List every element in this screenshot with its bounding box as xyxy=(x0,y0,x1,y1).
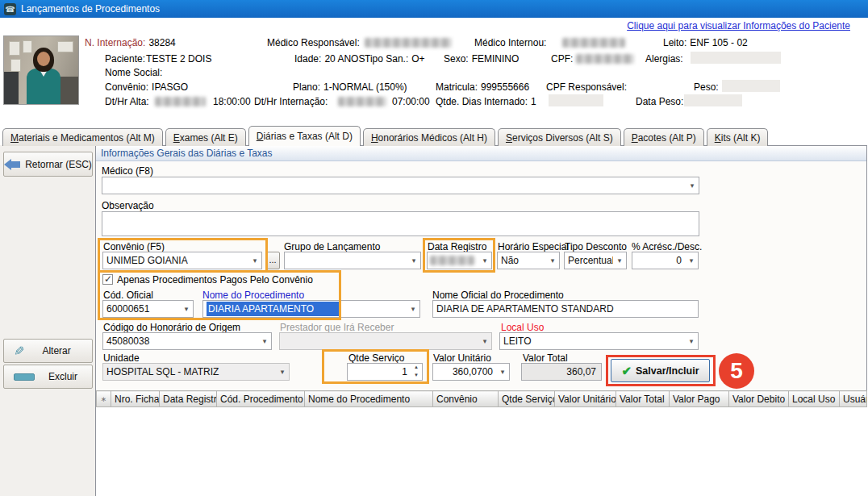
cod-honorario-combobox[interactable]: 45080038 xyxy=(102,332,272,350)
tipo-desconto-label: Tipo Desconto xyxy=(565,241,627,252)
observacao-input[interactable] xyxy=(102,211,699,236)
valor-unitario-label: Valor Unitário xyxy=(433,352,491,364)
col-data-registro[interactable]: Data Registro xyxy=(160,391,217,407)
chevron-down-icon[interactable] xyxy=(685,333,698,349)
chevron-down-icon[interactable] xyxy=(407,301,419,317)
redacted-dt-alta xyxy=(155,97,206,106)
acresc-desc-label: % Acrésc./Desc. xyxy=(632,241,702,252)
grupo-lancamento-combobox[interactable] xyxy=(284,252,421,269)
convenio-combobox[interactable]: UNIMED GOIANIA xyxy=(102,252,262,269)
table-header-row: ∗ Nro. Ficha Data Registro Cód. Procedim… xyxy=(97,391,867,407)
prestador-label: Prestador que Irá Receber xyxy=(280,322,394,333)
apenas-pagos-checkbox[interactable] xyxy=(102,274,113,285)
chevron-down-icon[interactable] xyxy=(248,252,261,269)
chevron-down-icon[interactable] xyxy=(258,333,271,349)
excluir-button[interactable]: Excluir xyxy=(3,365,93,389)
col-cod-procedimento[interactable]: Cód. Procedimento xyxy=(217,391,305,407)
col-valor-total[interactable]: Valor Total xyxy=(616,391,670,407)
alterar-button[interactable]: ✎ Alterar xyxy=(3,339,93,363)
tab-exames[interactable]: Exames (Alt E) xyxy=(165,128,246,146)
chevron-down-icon[interactable] xyxy=(407,252,420,269)
convenio-label: Convênio (F5) xyxy=(103,241,165,252)
col-nro-ficha[interactable]: Nro. Ficha xyxy=(111,391,160,407)
col-valor-pago[interactable]: Valor Pago xyxy=(670,391,729,407)
convenio-browse-button[interactable]: ... xyxy=(265,252,280,269)
peso-empty-box xyxy=(722,80,780,92)
col-convenio[interactable]: Convênio xyxy=(433,391,499,407)
chevron-down-icon[interactable] xyxy=(478,252,491,269)
redacted-medico-responsavel xyxy=(365,38,452,48)
qtde-servico-label: Qtde Serviço xyxy=(348,352,404,364)
tab-pacotes[interactable]: Pacotes (Alt P) xyxy=(624,128,704,146)
col-qtde-servico[interactable]: Qtde Serviço xyxy=(499,391,555,407)
field-cpf: CPF: xyxy=(551,53,576,65)
field-convenio-paciente: Convênio:IPASGO xyxy=(105,81,188,93)
field-sexo: Sexo:FEMININO xyxy=(444,53,519,65)
field-alergias: Alergias: xyxy=(645,53,686,65)
chevron-down-icon xyxy=(276,364,289,380)
col-local-uso[interactable]: Local Uso xyxy=(789,391,840,407)
cod-oficial-label: Cód. Oficial xyxy=(103,290,153,301)
redacted-cpf xyxy=(576,54,634,64)
tab-diarias-taxas[interactable]: Diárias e Taxas (Alt D) xyxy=(248,126,361,146)
tab-materiais[interactable]: Materiais e Medicamentos (Alt M) xyxy=(2,128,163,146)
observacao-label: Observação xyxy=(102,200,154,211)
chevron-down-icon xyxy=(478,333,491,349)
apenas-pagos-label: Apenas Procedimentos Pagos Pelo Convênio xyxy=(117,274,313,286)
unidade-combobox: HOSPITAL SQL - MATRIZ xyxy=(102,363,290,381)
tab-honorarios[interactable]: Honorários Médicos (Alt H) xyxy=(363,128,495,146)
tab-kits[interactable]: Kits (Alt K) xyxy=(707,128,769,146)
section-header: Informações Gerais das Diárias e Taxas xyxy=(96,146,866,161)
cod-honorario-label: Código do Honorário de Origem xyxy=(103,322,240,333)
step-5-badge: 5 xyxy=(719,353,754,389)
check-icon: ✔ xyxy=(621,364,632,378)
field-dt-internacao-time: 07:00:00 xyxy=(392,96,430,107)
qtde-servico-stepper[interactable]: 1 ▲▼ xyxy=(347,363,423,381)
unidade-label: Unidade xyxy=(103,352,140,364)
valor-total-label: Valor Total xyxy=(523,352,568,364)
chevron-down-icon[interactable] xyxy=(685,252,698,269)
horario-especial-label: Horário Especial xyxy=(498,241,569,252)
tab-servicos[interactable]: Serviços Diversos (Alt S) xyxy=(498,128,621,146)
field-peso: Peso: xyxy=(694,81,722,93)
tipo-desconto-combobox[interactable]: Percentual xyxy=(564,252,627,269)
horario-especial-combobox[interactable]: Não xyxy=(497,252,560,269)
chevron-down-icon[interactable] xyxy=(613,252,626,269)
nome-procedimento-combobox[interactable]: DIARIA APARTAMENTO xyxy=(202,300,420,318)
salvar-incluir-button[interactable]: ✔ Salvar/Incluir xyxy=(611,359,710,382)
cod-oficial-combobox[interactable]: 60000651 xyxy=(102,300,194,318)
medico-combobox[interactable] xyxy=(102,177,699,194)
valor-unitario-combobox[interactable]: 360,0700 xyxy=(432,363,510,381)
col-usuario[interactable]: Usuário xyxy=(840,391,867,407)
chevron-down-icon[interactable] xyxy=(180,301,193,317)
col-valor-debito[interactable]: Valor Debito xyxy=(729,391,789,407)
field-dt-alta: Dt/Hr Alta: xyxy=(105,96,152,107)
retornar-button[interactable]: Retornar (ESC) xyxy=(3,152,93,177)
valor-total-field: 360,07 xyxy=(521,363,602,381)
back-arrow-icon xyxy=(4,159,20,170)
chevron-down-icon[interactable] xyxy=(686,177,699,194)
field-medico-internou: Médico Internou: xyxy=(474,37,549,48)
chevron-down-icon[interactable] xyxy=(546,252,559,269)
nome-oficial-input[interactable]: DIARIA DE APARTAMENTO STANDARD xyxy=(432,300,699,318)
col-valor-unitario[interactable]: Valor Unitário xyxy=(555,391,616,407)
nome-procedimento-label: Nome do Procedimento xyxy=(202,290,304,301)
lancamentos-table: ∗ Nro. Ficha Data Registro Cód. Procedim… xyxy=(96,390,867,407)
spinner-arrows[interactable]: ▲▼ xyxy=(411,364,422,380)
chevron-down-icon[interactable] xyxy=(496,364,509,380)
redacted-data-registro xyxy=(430,256,474,265)
acresc-desc-combobox[interactable]: 0 xyxy=(632,252,699,269)
cpf-resp-empty-box xyxy=(549,94,603,106)
prestador-combobox xyxy=(279,332,492,350)
local-uso-combobox[interactable]: LEITO xyxy=(499,332,699,350)
col-nome-procedimento[interactable]: Nome do Procedimento xyxy=(305,391,433,407)
procedure-entry-window: ☎ Lançamentos de Procedimentos Clique aq… xyxy=(0,0,868,496)
title-bar: ☎ Lançamentos de Procedimentos xyxy=(0,0,868,18)
window-title: Lançamentos de Procedimentos xyxy=(21,3,160,15)
table-body-empty xyxy=(96,407,867,496)
app-icon: ☎ xyxy=(4,3,16,15)
field-cpf-responsavel: CPF Responsável: xyxy=(546,81,630,93)
field-plano: Plano:1-NORMAL (150%) xyxy=(293,81,407,93)
patient-info-link[interactable]: Clique aqui para visualizar Informações … xyxy=(627,20,850,31)
alergias-empty-box xyxy=(691,52,781,64)
